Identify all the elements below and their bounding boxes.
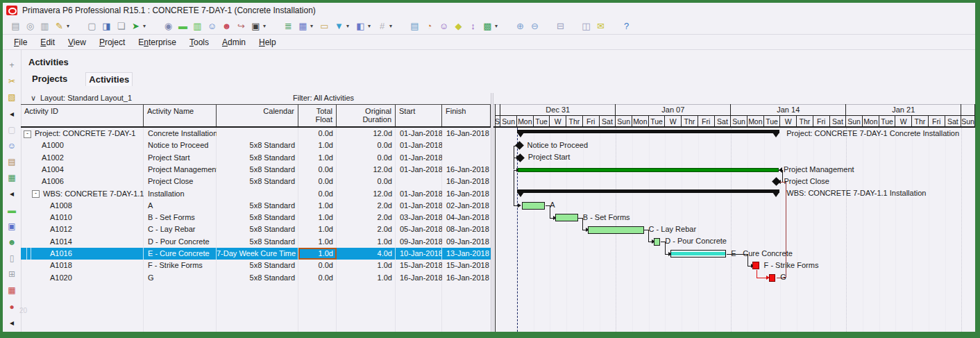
filter-label[interactable]: Filter: All Activities — [293, 94, 354, 102]
bar-project-management[interactable] — [518, 168, 779, 172]
select-tool-dropdown-icon[interactable]: ▾ — [143, 23, 149, 29]
move-icon[interactable]: ↕ — [466, 19, 480, 33]
usage-profile-icon[interactable]: ▦ — [5, 171, 19, 187]
spacer-box-icon[interactable]: ▢ — [5, 123, 19, 139]
assign-roles-icon[interactable]: ◆ — [451, 19, 466, 33]
relationships-icon[interactable]: ↪ — [234, 19, 248, 33]
project-summary-bar[interactable] — [517, 130, 779, 133]
title-bar[interactable]: Primavera P6 Professional R15.1 : CONCRE… — [3, 3, 975, 17]
notebook-topic-icon[interactable]: ✉ — [593, 19, 608, 33]
table-row-wbs[interactable]: -WBS: CONCRETE 7-DAY-1.1Installation0.0d… — [21, 188, 491, 200]
column-header-activity-name[interactable]: Activity Name — [144, 105, 217, 126]
column-header-calendar[interactable]: Calendar — [217, 105, 298, 126]
calculator-icon[interactable]: ⊞ — [5, 267, 19, 283]
layout-options-icon[interactable]: ◨ — [99, 19, 114, 33]
timescale-icon[interactable]: ▣ — [248, 19, 263, 33]
page-setup-icon[interactable]: ▥ — [37, 19, 52, 33]
menu-admin[interactable]: Admin — [222, 37, 246, 47]
bar-d-pour-concrete[interactable] — [654, 238, 660, 246]
layout-label[interactable]: Layout: Standard Layout_1 — [40, 94, 132, 102]
table-row-a1012[interactable]: A1012C - Lay Rebar5x8 Standard1.0d2.0d05… — [21, 223, 491, 235]
bar-b-set-forms[interactable] — [555, 214, 578, 221]
table-row-project[interactable]: -Project: CONCRETE 7-DAY-1Concrete Insta… — [21, 128, 491, 140]
table-row-a1016[interactable]: A1016E - Cure Concrete7-Day Week Cure Ti… — [21, 248, 491, 260]
menu-project[interactable]: Project — [99, 37, 125, 47]
table-row-a1010[interactable]: A1010B - Set Forms5x8 Standard1.0d2.0d03… — [21, 212, 491, 223]
week-header-dec-31[interactable]: Dec 31 — [500, 104, 616, 116]
publish-dropdown-icon[interactable]: ▾ — [67, 23, 72, 29]
copy-layout-icon[interactable]: ❏ — [114, 19, 128, 33]
select-tool-icon[interactable]: ➤ — [128, 19, 143, 33]
risk-grid-icon[interactable]: ▦ — [5, 283, 19, 299]
column-header-start[interactable]: Start — [396, 105, 442, 126]
cut-icon[interactable]: ✂ — [5, 74, 19, 90]
snapshot-dropdown-icon[interactable]: ▾ — [495, 23, 500, 29]
table-row-a1002[interactable]: A1002Project Start5x8 Standard1.0d0.0d01… — [21, 152, 491, 164]
bar-a[interactable] — [522, 202, 545, 210]
menu-help[interactable]: Help — [259, 37, 276, 47]
tab-projects[interactable]: Projects — [29, 72, 70, 85]
resources-icon[interactable]: ☺ — [5, 139, 19, 155]
table-format-icon[interactable]: ▭ — [317, 19, 332, 33]
column-header-finish[interactable]: Finish — [442, 105, 491, 126]
collapse-left-icon[interactable]: ◂ — [5, 107, 19, 123]
copy-activity-icon[interactable]: ▣ — [5, 219, 19, 235]
line-numbers-icon[interactable]: # — [375, 19, 389, 33]
publish-icon[interactable]: ✎ — [52, 19, 67, 33]
bar-f-strike-forms[interactable] — [752, 262, 759, 269]
vertical-split-icon[interactable]: ◫ — [579, 19, 593, 33]
focused-cell-total-float[interactable]: 1.0d — [298, 248, 337, 260]
timescale-dropdown-icon[interactable]: ▾ — [263, 23, 269, 29]
week-header-jan-07[interactable]: Jan 07 — [616, 104, 731, 116]
columns-icon[interactable]: ▦ — [296, 19, 310, 33]
milestone-project-close-icon[interactable] — [772, 177, 781, 186]
zoom-out-icon[interactable]: ⊖ — [527, 19, 542, 33]
menu-file[interactable]: File — [14, 37, 27, 47]
green-bar-icon[interactable]: ▬ — [5, 203, 19, 219]
collapse-left-3-icon[interactable]: ◂ — [5, 316, 19, 332]
bar-e-cure-concrete[interactable] — [670, 250, 727, 257]
print-preview-icon[interactable]: ◎ — [23, 19, 37, 33]
table-row-a1000[interactable]: A1000Notice to Proceed5x8 Standard1.0d0.… — [21, 140, 491, 151]
wbs-icon[interactable]: ▥ — [190, 19, 205, 33]
table-row-a1008[interactable]: A1008A5x8 Standard1.0d2.0d01-Jan-201802-… — [21, 200, 491, 212]
collapse-left-2-icon[interactable]: ◂ — [5, 187, 19, 203]
group-sort-dropdown-icon[interactable]: ▾ — [368, 23, 373, 29]
resources-red-icon[interactable]: ☻ — [219, 19, 234, 33]
menu-tools[interactable]: Tools — [189, 37, 209, 47]
week-header-jan-21[interactable]: Jan 21 — [846, 104, 961, 116]
horizontal-split-icon[interactable]: ⊟ — [553, 19, 568, 33]
collapse-toggle-icon[interactable]: - — [24, 130, 31, 138]
print-icon[interactable]: ▤ — [8, 19, 23, 33]
table-row-a1018[interactable]: A1018F - Strike Forms5x8 Standard0.0d1.0… — [21, 260, 491, 271]
table-row-a1014[interactable]: A1014D - Pour Concrete5x8 Standard1.0d1.… — [21, 236, 491, 248]
table-row-a1020[interactable]: A1020G5x8 Standard0.0d1.0d16-Jan-201816-… — [21, 272, 491, 284]
columns-dropdown-icon[interactable]: ▾ — [310, 23, 316, 29]
help-icon[interactable]: ? — [619, 19, 634, 33]
activity-details-icon[interactable]: ▤ — [407, 19, 422, 33]
line-numbers-dropdown-icon[interactable]: ▾ — [389, 23, 395, 29]
column-header-total-float[interactable]: Total Float — [298, 105, 337, 126]
group-sort-icon[interactable]: ◧ — [353, 19, 368, 33]
group-bars-icon[interactable]: ≣ — [281, 19, 296, 33]
tab-activities[interactable]: Activities — [85, 72, 133, 86]
snapshot-icon[interactable]: ▩ — [480, 19, 495, 33]
assign-resources-icon[interactable]: ☺ — [437, 19, 451, 33]
menu-edit[interactable]: Edit — [40, 37, 55, 47]
bar-g[interactable] — [769, 274, 775, 282]
week-header-jan-14[interactable]: Jan 14 — [731, 104, 846, 116]
table-row-a1006[interactable]: A1006Project Close5x8 Standard0.0d0.0d16… — [21, 176, 491, 187]
filter-icon[interactable]: ▼ — [332, 19, 346, 33]
zoom-in-icon[interactable]: ⊕ — [513, 19, 527, 33]
open-project-icon[interactable]: ▬ — [176, 19, 190, 33]
menu-enterprise[interactable]: Enterprise — [138, 37, 176, 47]
notebook-icon[interactable]: ▤ — [5, 155, 19, 171]
schedule-clock-icon[interactable]: ◔ — [422, 19, 437, 33]
bar-c-lay-rebar[interactable] — [588, 226, 644, 234]
filter-dropdown-icon[interactable]: ▾ — [346, 23, 352, 29]
paste-icon[interactable]: ▧ — [5, 90, 19, 106]
wbs-summary-bar[interactable] — [517, 189, 779, 193]
trace-logic-icon[interactable]: ▯ — [5, 251, 19, 267]
new-layout-icon[interactable]: ▢ — [85, 19, 99, 33]
search-icon[interactable]: ◉ — [161, 19, 176, 33]
